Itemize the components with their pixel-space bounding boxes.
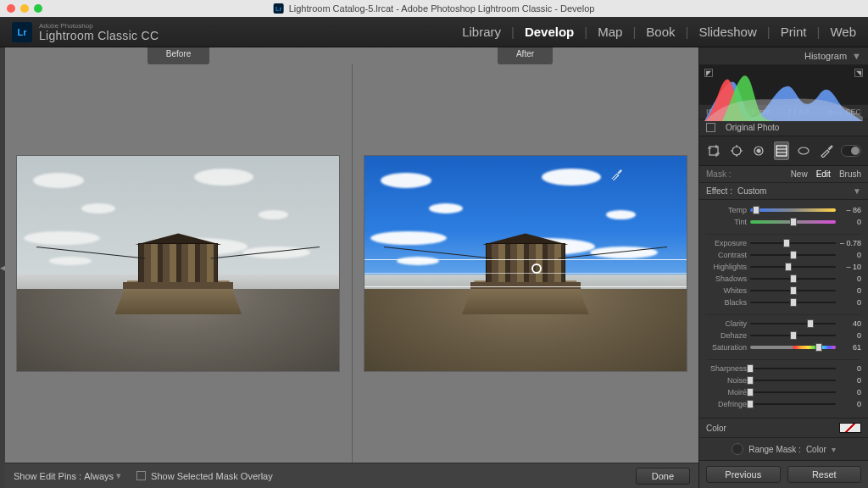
slider-shadows[interactable]: Shadows0 bbox=[706, 273, 861, 285]
module-library[interactable]: Library bbox=[462, 25, 501, 39]
module-print[interactable]: Print bbox=[781, 25, 807, 39]
original-photo-checkbox[interactable] bbox=[706, 123, 715, 132]
slider-track[interactable] bbox=[750, 390, 836, 395]
slider-value[interactable]: 0 bbox=[839, 286, 861, 295]
module-develop[interactable]: Develop bbox=[525, 25, 574, 39]
window-maximize-button[interactable] bbox=[34, 4, 42, 13]
slider-value[interactable]: 0 bbox=[839, 400, 861, 408]
slider-exposure[interactable]: Exposure– 0.78 bbox=[706, 237, 861, 249]
tool-strip bbox=[699, 136, 868, 166]
slider-value[interactable]: 0 bbox=[839, 251, 861, 259]
slider-track[interactable] bbox=[750, 345, 836, 350]
window-close-button[interactable] bbox=[7, 4, 15, 13]
module-book[interactable]: Book bbox=[646, 25, 675, 39]
mask-overlay-checkbox[interactable] bbox=[136, 471, 146, 480]
slider-value[interactable]: 0 bbox=[839, 298, 861, 307]
tool-crop[interactable] bbox=[706, 141, 722, 160]
mask-edit-tab[interactable]: Edit bbox=[816, 169, 831, 179]
slider-thumb[interactable] bbox=[815, 343, 822, 352]
slider-thumb[interactable] bbox=[790, 331, 797, 340]
slider-track[interactable] bbox=[750, 264, 836, 269]
slider-blacks[interactable]: Blacks0 bbox=[706, 297, 861, 308]
slider-thumb[interactable] bbox=[753, 206, 760, 214]
color-row[interactable]: Color bbox=[699, 418, 868, 437]
histogram-header[interactable]: Histogram ▼ bbox=[699, 47, 868, 65]
slider-highlights[interactable]: Highlights– 10 bbox=[706, 261, 861, 273]
color-swatch[interactable] bbox=[839, 423, 861, 433]
slider-thumb[interactable] bbox=[747, 400, 754, 408]
slider-value[interactable]: 0 bbox=[839, 376, 861, 385]
slider-track[interactable] bbox=[750, 402, 836, 407]
slider-thumb[interactable] bbox=[785, 263, 792, 271]
slider-thumb[interactable] bbox=[747, 388, 754, 396]
range-mask-row[interactable]: Range Mask : Color ▾ bbox=[699, 437, 868, 460]
slider-thumb[interactable] bbox=[790, 274, 797, 283]
show-edit-pins-select[interactable]: Always bbox=[84, 471, 114, 481]
slider-track[interactable] bbox=[750, 288, 836, 293]
slider-track[interactable] bbox=[750, 366, 836, 371]
module-slideshow[interactable]: Slideshow bbox=[698, 25, 756, 39]
tool-graduated[interactable] bbox=[774, 141, 790, 160]
slider-value[interactable]: – 10 bbox=[839, 263, 861, 271]
brush-cursor-icon bbox=[610, 169, 622, 180]
slider-moiré[interactable]: Moiré0 bbox=[706, 386, 861, 398]
slider-thumb[interactable] bbox=[790, 286, 797, 295]
slider-value[interactable]: 61 bbox=[839, 343, 861, 352]
before-pane[interactable] bbox=[5, 64, 352, 463]
slider-value[interactable]: 0 bbox=[839, 388, 861, 396]
slider-whites[interactable]: Whites0 bbox=[706, 285, 861, 297]
module-separator: | bbox=[767, 25, 771, 39]
slider-track[interactable] bbox=[750, 321, 836, 326]
panel-toggle[interactable] bbox=[841, 145, 861, 157]
module-web[interactable]: Web bbox=[830, 25, 856, 39]
slider-track[interactable] bbox=[750, 276, 836, 281]
slider-contrast[interactable]: Contrast0 bbox=[706, 249, 861, 261]
effect-value[interactable]: Custom bbox=[737, 186, 766, 196]
window-minimize-button[interactable] bbox=[20, 4, 29, 13]
slider-thumb[interactable] bbox=[790, 218, 797, 226]
range-mask-dot-icon[interactable] bbox=[732, 443, 743, 455]
slider-value[interactable]: 0 bbox=[839, 218, 861, 226]
done-button[interactable]: Done bbox=[636, 468, 690, 485]
slider-noise[interactable]: Noise0 bbox=[706, 374, 861, 386]
slider-track[interactable] bbox=[750, 219, 836, 225]
module-map[interactable]: Map bbox=[598, 25, 622, 39]
slider-value[interactable]: – 86 bbox=[839, 206, 861, 214]
slider-track[interactable] bbox=[750, 333, 836, 338]
slider-value[interactable]: – 0.78 bbox=[839, 239, 861, 247]
slider-thumb[interactable] bbox=[790, 251, 797, 259]
slider-clarity[interactable]: Clarity40 bbox=[706, 318, 861, 330]
slider-saturation[interactable]: Saturation61 bbox=[706, 341, 861, 353]
tool-spot[interactable] bbox=[729, 141, 745, 160]
slider-thumb[interactable] bbox=[747, 364, 754, 373]
reset-button[interactable]: Reset bbox=[787, 466, 862, 483]
effect-row[interactable]: Effect : Custom ▼ bbox=[699, 183, 868, 200]
slider-value[interactable]: 40 bbox=[839, 319, 861, 328]
slider-value[interactable]: 0 bbox=[839, 331, 861, 340]
mask-brush-tab[interactable]: Brush bbox=[839, 169, 861, 179]
slider-thumb[interactable] bbox=[747, 376, 754, 385]
slider-temp[interactable]: Temp– 86 bbox=[706, 204, 861, 216]
slider-thumb[interactable] bbox=[807, 319, 814, 328]
histogram[interactable]: ◤ ◥ bbox=[699, 65, 868, 104]
tool-redeye[interactable] bbox=[751, 141, 767, 160]
previous-button[interactable]: Previous bbox=[706, 466, 781, 483]
range-mask-value[interactable]: Color bbox=[806, 445, 826, 454]
tool-radial[interactable] bbox=[796, 141, 812, 160]
mask-new-tab[interactable]: New bbox=[791, 169, 808, 179]
slider-thumb[interactable] bbox=[790, 298, 797, 307]
slider-track[interactable] bbox=[750, 378, 836, 383]
slider-track[interactable] bbox=[750, 208, 836, 213]
slider-tint[interactable]: Tint0 bbox=[706, 216, 861, 228]
slider-defringe[interactable]: Defringe0 bbox=[706, 398, 861, 410]
slider-dehaze[interactable]: Dehaze0 bbox=[706, 330, 861, 341]
tool-brush[interactable] bbox=[819, 141, 835, 160]
slider-track[interactable] bbox=[750, 252, 836, 258]
after-pane[interactable] bbox=[352, 64, 699, 463]
slider-sharpness[interactable]: Sharpness0 bbox=[706, 363, 861, 374]
slider-value[interactable]: 0 bbox=[839, 364, 861, 373]
slider-value[interactable]: 0 bbox=[839, 274, 861, 283]
slider-thumb[interactable] bbox=[783, 239, 790, 247]
slider-track[interactable] bbox=[750, 241, 836, 246]
slider-track[interactable] bbox=[750, 300, 836, 305]
